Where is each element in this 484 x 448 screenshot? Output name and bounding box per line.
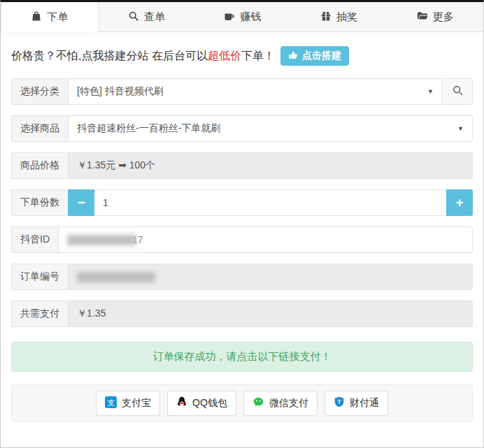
total-value: ￥1.35	[77, 308, 106, 320]
category-select[interactable]: [特色] 抖音视频代刷 ▼	[68, 78, 443, 105]
main-content: 价格贵？不怕,点我搭建分站 在后台可以超低价下单！ 点击搭建 选择分类 [特色]…	[1, 32, 483, 421]
order-number-field	[68, 263, 473, 290]
tab-earn-money[interactable]: 赚钱	[194, 2, 291, 31]
total-value-field: ￥1.35	[68, 301, 473, 327]
alipay-button[interactable]: 支 支付宝	[96, 391, 160, 416]
redacted-value	[77, 272, 155, 282]
product-label: 选择商品	[11, 115, 68, 142]
price-label: 商品价格	[11, 152, 68, 179]
quantity-label: 下单份数	[11, 189, 68, 216]
tab-more[interactable]: 更多	[387, 2, 483, 31]
redacted-value	[67, 235, 136, 245]
search-icon	[128, 10, 139, 24]
quantity-decrease-button[interactable]: −	[68, 189, 94, 216]
douyin-id-input[interactable]: 17	[58, 226, 473, 253]
order-number-row: 订单编号	[11, 263, 473, 290]
quantity-increase-button[interactable]: +	[446, 189, 473, 216]
total-label: 共需支付	[11, 301, 68, 327]
douyin-id-label: 抖音ID	[11, 226, 58, 253]
product-row: 选择商品 抖音超速粉丝-一百粉丝-下单就刷 ▼	[11, 115, 473, 142]
promo-notice: 价格贵？不怕,点我搭建分站 在后台可以超低价下单！ 点击搭建	[11, 32, 473, 78]
alert-message: 订单保存成功，请点击以下链接支付！	[153, 350, 332, 363]
folder-open-icon	[417, 10, 428, 24]
svg-text:T: T	[337, 398, 341, 405]
total-row: 共需支付 ￥1.35	[11, 301, 473, 327]
tenpay-button[interactable]: T 财付通	[325, 391, 388, 416]
search-icon	[452, 85, 464, 99]
category-label: 选择分类	[11, 78, 68, 105]
top-tab-bar: 下单 查单 赚钱 抽奖 更多	[1, 2, 483, 32]
order-number-label: 订单编号	[11, 263, 68, 290]
wechat-pay-button[interactable]: 微信支付	[243, 391, 318, 416]
app-window: 下单 查单 赚钱 抽奖 更多 价格贵？不怕,点我搭建分站 在后台可以超低价下单！…	[0, 0, 484, 448]
mug-icon	[224, 10, 235, 24]
category-row: 选择分类 [特色] 抖音视频代刷 ▼	[11, 78, 473, 105]
order-saved-alert: 订单保存成功，请点击以下链接支付！	[11, 342, 473, 372]
product-select[interactable]: 抖音超速粉丝-一百粉丝-下单就刷 ▼	[68, 115, 473, 142]
gift-icon	[320, 10, 332, 24]
tab-label: 查单	[144, 10, 165, 24]
tab-label: 更多	[433, 10, 454, 24]
payment-panel: 支 支付宝 QQ钱包 微信支付 T 财付通	[11, 384, 473, 421]
build-site-button[interactable]: 点击搭建	[280, 46, 349, 66]
tenpay-shield-icon: T	[334, 396, 345, 410]
quantity-row: 下单份数 − +	[11, 189, 473, 216]
product-value: 抖音超速粉丝-一百粉丝-下单就刷	[77, 122, 220, 135]
thumbs-up-icon	[288, 50, 298, 62]
shopping-bag-icon	[31, 10, 42, 24]
tab-place-order[interactable]: 下单	[1, 2, 99, 32]
tab-check-order[interactable]: 查单	[99, 2, 195, 31]
qq-wallet-button[interactable]: QQ钱包	[167, 391, 236, 416]
chevron-down-icon: ▼	[457, 125, 464, 132]
notice-highlight: 超低价	[208, 50, 241, 62]
alipay-icon: 支	[105, 396, 117, 410]
tab-label: 抽奖	[336, 10, 357, 24]
wechat-pay-icon	[252, 396, 264, 410]
qq-wallet-icon	[176, 396, 187, 410]
tab-lottery[interactable]: 抽奖	[291, 2, 387, 31]
douyin-id-row: 抖音ID 17	[11, 226, 473, 253]
price-value: ￥1.35元 ➡ 100个	[77, 159, 155, 172]
tab-label: 赚钱	[240, 10, 261, 24]
search-button[interactable]	[442, 78, 473, 105]
quantity-input[interactable]	[94, 189, 446, 216]
svg-text:支: 支	[107, 398, 115, 406]
category-value: [特色] 抖音视频代刷	[77, 85, 164, 98]
price-value-field: ￥1.35元 ➡ 100个	[68, 152, 473, 179]
tab-label: 下单	[47, 10, 68, 24]
notice-text: 价格贵？不怕,点我搭建分站 在后台可以超低价下单！	[11, 49, 275, 64]
price-row: 商品价格 ￥1.35元 ➡ 100个	[11, 152, 473, 179]
chevron-down-icon: ▼	[427, 88, 434, 95]
